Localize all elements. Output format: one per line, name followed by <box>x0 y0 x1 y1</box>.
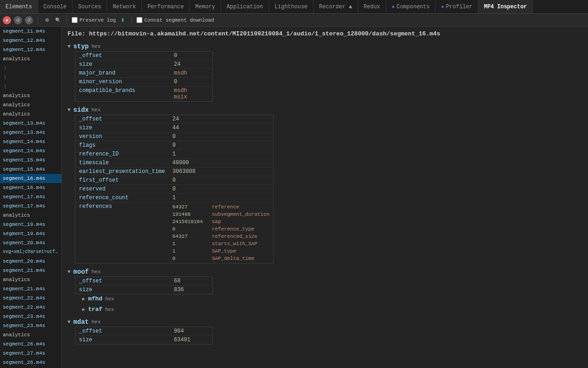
sidebar-item-segment23a[interactable]: segment_23.m4s <box>0 312 62 321</box>
sidebar-item-segment13b[interactable]: segment_13.m4s <box>0 128 62 137</box>
sidebar-item-analytics7[interactable]: analytics <box>0 330 62 339</box>
table-key: _offset <box>75 52 170 60</box>
table-key: _offset <box>75 115 169 124</box>
mfhd-toggle[interactable]: ▶ <box>82 296 85 302</box>
sidebar-item-segment22b[interactable]: segment_22.m4s <box>0 303 62 312</box>
sidx-toggle[interactable]: ▼ <box>68 107 71 113</box>
sidebar-item-segment13a[interactable]: segment_13.m4s <box>0 119 62 128</box>
tab-recorder[interactable]: Recorder ▲ <box>314 0 358 13</box>
sidebar-item-segment15a[interactable]: segment_15.m4s <box>0 155 62 165</box>
ref-num: 1 <box>172 240 203 247</box>
mdat-toggle[interactable]: ▼ <box>68 319 71 325</box>
ref-str: subsegment_duration <box>212 211 269 218</box>
sidebar-item-segment20b[interactable]: segment_20.m4s <box>0 257 62 266</box>
content-area: File: https://bitmovin-a.akamaihd.net/co… <box>62 27 588 368</box>
toolbar: ● ⊘ ↺ ⚙ 🔍 Preserve log ⬇ Concat segment … <box>0 14 588 27</box>
table-val: 1 <box>169 194 273 202</box>
ref-num: 1 <box>172 247 203 255</box>
ref-str: starts_with_SAP <box>212 240 269 247</box>
stop-button[interactable]: ● <box>3 16 11 24</box>
sidebar-item-segment16b[interactable]: segment_16.m4s <box>0 183 62 192</box>
sidebar-item-svgxml[interactable]: svg+xml;charset=utf-8 <box>0 247 62 257</box>
tab-mp4inspector[interactable]: MP4 Inspector <box>478 0 533 13</box>
reload-button[interactable]: ↺ <box>25 16 33 24</box>
table-val: 0 <box>170 52 213 60</box>
tab-components[interactable]: ❖ Components <box>386 0 436 13</box>
sidebar-item-segment12b[interactable]: segment_12.m4s <box>0 45 62 54</box>
table-row: first_offset 0 <box>75 176 274 185</box>
tab-redux[interactable]: Redux <box>358 0 386 13</box>
table-row: size 24 <box>75 60 213 69</box>
moof-name: moof <box>74 268 89 276</box>
sidebar-item-segment14a[interactable]: segment_14.m4s <box>0 137 62 146</box>
sidebar-item-analytics5[interactable]: analytics <box>0 211 62 220</box>
sidebar-item-segment23b[interactable]: segment_23.m4s <box>0 321 62 330</box>
sidebar-item-segment17b[interactable]: segment_17.m4s <box>0 201 62 211</box>
sidebar-item-segment26b[interactable]: segment_26.m4s <box>0 358 62 367</box>
moof-toggle[interactable]: ▼ <box>68 269 71 275</box>
table-key: timescale <box>75 159 169 167</box>
table-val: 63491 <box>170 336 213 345</box>
concat-segment-checkbox[interactable] <box>136 17 142 23</box>
filter-button[interactable]: ⚙ <box>43 16 51 24</box>
styp-toggle[interactable]: ▼ <box>68 44 71 49</box>
table-row: flags 0 <box>75 141 274 150</box>
search-button[interactable]: 🔍 <box>54 16 62 24</box>
sidebar-item-segment19a[interactable]: segment_19.m4s <box>0 220 62 229</box>
sidebar-item-segment21a[interactable]: segment_21.m4s <box>0 266 62 275</box>
ref-str: referenced_size <box>212 233 269 240</box>
pause-button[interactable]: ⊘ <box>14 16 22 24</box>
ref-num: 191488 <box>172 211 203 218</box>
sidebar-item-segment17a[interactable]: segment_17.m4s <box>0 192 62 201</box>
sidebar-item-segment19b[interactable]: segment_19.m4s <box>0 229 62 238</box>
tab-console[interactable]: Console <box>38 0 73 13</box>
table-key: _offset <box>75 327 170 336</box>
traf-type: hex <box>105 307 114 312</box>
table-key: _offset <box>75 277 170 286</box>
tab-lighthouse[interactable]: Lighthouse <box>269 0 314 13</box>
mfhd-header: ▶ mfhd hex <box>82 294 582 303</box>
sidebar-item-segment12a[interactable]: segment_12.m4s <box>0 36 62 45</box>
ref-num: 64327 <box>172 203 203 211</box>
moof-header: ▼ moof hex <box>68 268 582 276</box>
traf-header: ▶ traf hex <box>82 305 582 314</box>
tab-application[interactable]: Application <box>221 0 269 13</box>
table-row: reference_count 1 <box>75 194 274 202</box>
traf-toggle[interactable]: ▶ <box>82 306 85 312</box>
table-key: minor_version <box>75 78 170 86</box>
sidebar-item-segment20a[interactable]: segment_20.m4s <box>0 238 62 247</box>
sidebar-item-segment27a[interactable]: segment_27.m4s <box>0 349 62 358</box>
table-row: _offset 68 <box>75 277 213 286</box>
preserve-log-checkbox[interactable] <box>72 17 78 23</box>
sidebar-item-analytics4[interactable]: analytics <box>0 109 62 119</box>
table-val: 48000 <box>169 159 273 167</box>
sidebar-item-segment14b[interactable]: segment_14.m4s <box>0 146 62 155</box>
concat-segment-label[interactable]: Concat segment download <box>136 17 214 23</box>
tab-memory[interactable]: Memory <box>190 0 221 13</box>
sidebar-item-segment21b[interactable]: segment_21.m4s <box>0 284 62 293</box>
table-val: 0 <box>169 185 273 194</box>
table-key: reserved <box>75 185 169 194</box>
sidebar-item-segment11[interactable]: segment_11.m4s <box>0 27 62 36</box>
import-button[interactable]: ⬇ <box>119 16 127 24</box>
tab-elements[interactable]: Elements <box>0 0 38 13</box>
sidx-type: hex <box>91 107 101 113</box>
sidebar-item-segment26a[interactable]: segment_26.m4s <box>0 339 62 349</box>
tab-network[interactable]: Network <box>107 0 141 13</box>
sidebar-item-analytics1[interactable]: analytics <box>0 54 62 63</box>
tab-performance[interactable]: Performance <box>142 0 190 13</box>
sidebar-item-segment16-selected[interactable]: segment_16.m4s <box>0 174 62 183</box>
sidebar-item-segment15b[interactable]: segment_15.m4s <box>0 165 62 174</box>
sidebar: segment_11.m4s segment_12.m4s segment_12… <box>0 27 62 368</box>
preserve-log-label[interactable]: Preserve log <box>72 17 116 23</box>
references-strs: reference subsegment_duration sap refere… <box>212 203 269 262</box>
sidebar-item-analytics3[interactable]: analytics <box>0 100 62 109</box>
tab-sources[interactable]: Sources <box>73 0 107 13</box>
tab-profiler[interactable]: ❖ Profiler <box>435 0 478 13</box>
sidebar-item-segment22a[interactable]: segment_22.m4s <box>0 293 62 303</box>
sidebar-item-analytics6[interactable]: analytics <box>0 275 62 284</box>
table-row: reference_ID 1 <box>75 150 274 159</box>
table-val: msdh <box>170 69 213 78</box>
sidebar-item-analytics2[interactable]: analytics <box>0 91 62 100</box>
tab-bar: Elements Console Sources Network Perform… <box>0 0 588 14</box>
